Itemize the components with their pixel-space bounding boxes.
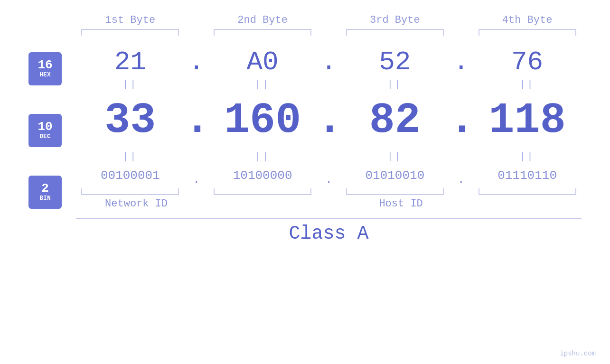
dec-badge: 10 DEC	[28, 114, 62, 147]
byte1-top-bracket	[81, 29, 179, 36]
dot-bin-1: .	[185, 172, 208, 187]
hex-badge: 16 HEX	[28, 52, 62, 85]
class-row: Class A	[76, 218, 582, 244]
byte3-hex: 52	[341, 37, 450, 77]
dec-row: 33 . 160 . 82 . 118	[76, 92, 582, 149]
equals-row-2: || || || ||	[76, 149, 582, 164]
byte-columns: 16 HEX 10 DEC 2 BIN 1st Byte	[28, 14, 582, 244]
equals2-b1: ||	[76, 151, 185, 162]
bin-badge-num: 2	[41, 182, 49, 195]
equals-row-1: || || || ||	[76, 77, 582, 92]
byte4-hex: 76	[473, 37, 582, 77]
id-labels-row: Network ID Host ID	[76, 198, 582, 210]
class-label: Class A	[289, 223, 368, 244]
byte4-bin-wrapper: 01110110	[473, 164, 582, 195]
byte3-dec: 82	[341, 92, 450, 149]
byte2-bin-wrapper: 10100000	[208, 164, 317, 195]
dot-bin-2: .	[317, 172, 341, 187]
byte3-header-text: 3rd Byte	[370, 14, 420, 29]
byte3-header: 3rd Byte	[341, 14, 450, 36]
hex-badge-num: 16	[38, 59, 52, 71]
hex-badge-label: HEX	[39, 71, 50, 79]
byte4-bin: 01110110	[497, 164, 557, 187]
byte3-bin-wrapper: 01010010	[341, 164, 450, 195]
byte1-bin: 00100001	[101, 164, 160, 187]
equals2-b2: ||	[208, 151, 317, 162]
dec-badge-num: 10	[38, 121, 52, 133]
equals1-b2: ||	[208, 79, 317, 90]
full-outer: 1st Byte 2nd Byte 3rd Byte 4th Byte	[76, 14, 582, 244]
label-dot-spacer	[197, 198, 220, 210]
badge-column: 16 HEX 10 DEC 2 BIN	[28, 52, 62, 209]
byte4-header-text: 4th Byte	[502, 14, 553, 29]
byte3-top-bracket	[346, 29, 444, 36]
byte4-dec: 118	[473, 92, 582, 149]
equals1-b4: ||	[473, 79, 582, 90]
byte1-hex: 21	[76, 37, 185, 77]
main-container: 16 HEX 10 DEC 2 BIN 1st Byte	[0, 0, 610, 364]
dot-hex-1: .	[185, 37, 208, 77]
byte2-header: 2nd Byte	[208, 14, 317, 36]
equals1-b1: ||	[76, 79, 185, 90]
byte4-top-bracket	[479, 29, 576, 36]
byte2-bin-bracket	[214, 188, 311, 195]
byte2-hex: A0	[208, 37, 317, 77]
byte3-bin: 01010010	[365, 164, 424, 187]
header-row: 1st Byte 2nd Byte 3rd Byte 4th Byte	[76, 14, 582, 37]
dec-badge-label: DEC	[39, 133, 50, 140]
watermark: ipshu.com	[560, 350, 596, 357]
dot-bin-3: .	[449, 172, 473, 187]
host-id-label: Host ID	[220, 198, 582, 210]
byte2-header-text: 2nd Byte	[237, 14, 288, 29]
byte1-dec: 33	[76, 92, 185, 149]
dot-dec-1: .	[185, 96, 208, 145]
equals2-b3: ||	[341, 151, 450, 162]
byte1-bin-wrapper: 00100001	[76, 164, 185, 195]
byte4-bin-bracket	[479, 188, 576, 195]
byte4-header: 4th Byte	[473, 14, 582, 36]
equals1-b3: ||	[341, 79, 450, 90]
byte2-bin: 10100000	[233, 164, 292, 187]
byte1-header: 1st Byte	[76, 14, 185, 36]
dot-hex-3: .	[449, 37, 473, 77]
bin-badge: 2 BIN	[28, 176, 62, 209]
byte1-header-text: 1st Byte	[105, 14, 156, 29]
bin-row: 00100001 . 10100000 . 01010010 . 0111011…	[76, 164, 582, 195]
dot-hex-2: .	[317, 37, 341, 77]
dot-dec-2: .	[317, 96, 341, 145]
hex-row: 21 . A0 . 52 . 76	[76, 37, 582, 77]
byte1-bin-bracket	[81, 188, 179, 195]
network-id-label: Network ID	[76, 198, 197, 210]
equals2-b4: ||	[473, 151, 582, 162]
bin-badge-label: BIN	[39, 195, 50, 202]
dot-dec-3: .	[449, 96, 473, 145]
byte3-bin-bracket	[346, 188, 444, 195]
byte2-dec: 160	[208, 92, 317, 149]
byte2-top-bracket	[214, 29, 311, 36]
